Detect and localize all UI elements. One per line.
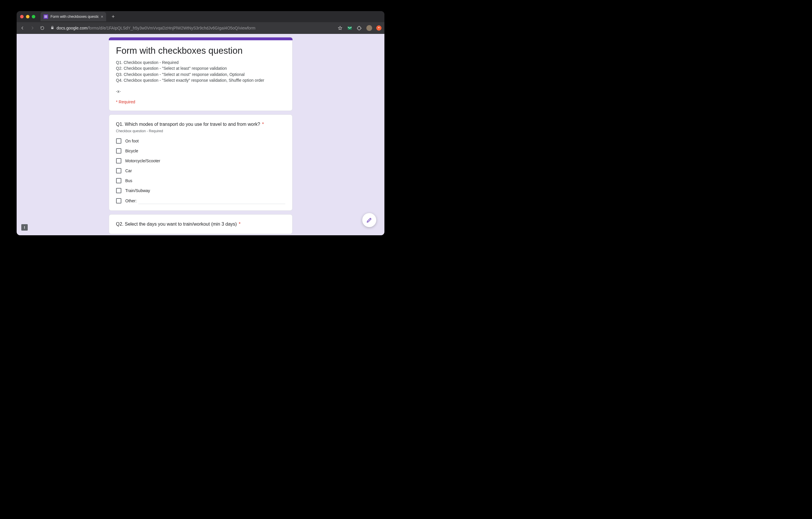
question-title: Q2. Select the days you want to train/wo… (116, 221, 285, 227)
tab-close-button[interactable]: × (101, 14, 103, 19)
option-label: Train/Subway (125, 188, 150, 193)
mail-extension-icon[interactable] (347, 25, 352, 31)
checkbox-option-other[interactable]: Other: (116, 198, 285, 204)
option-label: Car (125, 168, 132, 173)
profile-avatar[interactable] (366, 25, 372, 31)
checkbox-option[interactable]: Bicycle (116, 148, 285, 154)
checkbox-options: On foot Bicycle Motorcycle/Scooter Car (116, 138, 285, 204)
option-label: Motorcycle/Scooter (125, 159, 161, 163)
url-text: docs.google.com/forms/d/e/1FAIpQLSdY_h5y… (57, 26, 256, 30)
checkbox-option[interactable]: Train/Subway (116, 188, 285, 193)
forms-favicon-icon (44, 14, 48, 19)
option-label: Bus (125, 179, 133, 183)
form-header-card: Form with checkboxes question Q1. Checkb… (109, 37, 293, 111)
page-viewport: Form with checkboxes question Q1. Checkb… (17, 34, 384, 235)
exclamation-icon: ! (24, 226, 25, 229)
titlebar: Form with checkboxes questio × + (17, 11, 384, 22)
lock-icon (51, 26, 54, 30)
question-title: Q1. Which modes of transport do you use … (116, 121, 285, 128)
desc-line: Q1. Checkbox question - Required (116, 59, 285, 65)
toolbar-actions (337, 25, 381, 31)
checkbox-icon[interactable] (116, 198, 121, 203)
window-minimize-button[interactable] (26, 15, 29, 18)
extensions-puzzle-icon[interactable] (356, 25, 362, 31)
window-close-button[interactable] (20, 15, 24, 18)
question-card-q2: Q2. Select the days you want to train/wo… (109, 214, 293, 234)
desc-line: Q4. Checkbox question - "Select exactly"… (116, 77, 285, 83)
address-bar[interactable]: docs.google.com/forms/d/e/1FAIpQLSdY_h5y… (49, 26, 331, 30)
other-label: Other: (125, 198, 137, 203)
form-title: Form with checkboxes question (116, 46, 285, 56)
checkbox-icon[interactable] (116, 178, 121, 183)
checkbox-option[interactable]: Bus (116, 178, 285, 183)
checkbox-icon[interactable] (116, 138, 121, 144)
reload-button[interactable] (39, 25, 45, 31)
required-star: * (262, 122, 264, 127)
tab-title: Form with checkboxes questio (51, 15, 98, 19)
checkbox-icon[interactable] (116, 158, 121, 163)
desc-line: Q2. Checkbox question - "Select at least… (116, 65, 285, 71)
back-button[interactable] (20, 25, 25, 31)
window-maximize-button[interactable] (32, 15, 35, 18)
desc-separator: -x- (116, 88, 285, 94)
browser-window: Form with checkboxes questio × + docs.go… (17, 11, 384, 235)
forward-button[interactable] (29, 25, 35, 31)
checkbox-icon[interactable] (116, 168, 121, 173)
option-label: On foot (125, 139, 139, 143)
bookmark-star-icon[interactable] (337, 25, 343, 31)
report-problem-button[interactable]: ! (21, 224, 28, 230)
checkbox-icon[interactable] (116, 148, 121, 154)
edit-form-fab[interactable] (362, 213, 376, 227)
question-subtitle: Checkbox question - Required (116, 129, 285, 133)
browser-toolbar: docs.google.com/forms/d/e/1FAIpQLSdY_h5y… (17, 22, 384, 34)
new-tab-button[interactable]: + (109, 12, 117, 21)
pencil-icon (366, 217, 373, 223)
other-text-input[interactable] (138, 198, 285, 204)
form-container: Form with checkboxes question Q1. Checkb… (109, 37, 293, 234)
checkbox-option[interactable]: Motorcycle/Scooter (116, 158, 285, 163)
required-star: * (239, 222, 240, 226)
question-card-q1: Q1. Which modes of transport do you use … (109, 114, 293, 211)
option-label: Bicycle (125, 148, 138, 153)
browser-tab[interactable]: Form with checkboxes questio × (40, 12, 106, 21)
checkbox-icon[interactable] (116, 188, 121, 193)
window-controls (20, 15, 35, 18)
checkbox-option[interactable]: Car (116, 168, 285, 173)
desc-line: Q3. Checkbox question - "Select at most"… (116, 72, 285, 77)
tab-strip: Form with checkboxes questio × + (40, 12, 117, 21)
form-description: Q1. Checkbox question - Required Q2. Che… (116, 59, 285, 94)
required-note: * Required (116, 100, 285, 104)
extension-badge-icon[interactable] (376, 25, 381, 31)
checkbox-option[interactable]: On foot (116, 138, 285, 144)
accent-bar (109, 37, 293, 40)
